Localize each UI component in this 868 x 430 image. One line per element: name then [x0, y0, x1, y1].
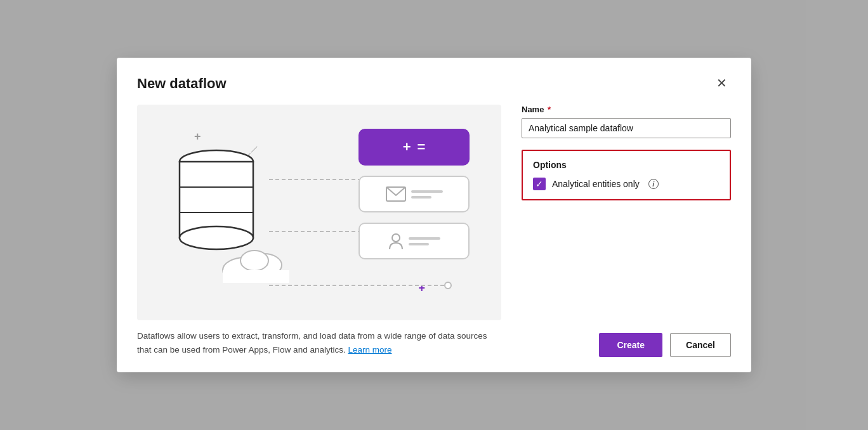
- checkmark-icon: ✓: [536, 179, 543, 188]
- learn-more-link[interactable]: Learn more: [348, 345, 391, 355]
- modal-overlay: New dataflow ✕ + + + — — — —: [0, 0, 868, 430]
- cancel-button[interactable]: Cancel: [670, 333, 731, 357]
- right-panel: Name * Options ✓ Analytical entities onl…: [522, 105, 731, 356]
- name-input[interactable]: [522, 118, 731, 138]
- equals-icon: =: [418, 139, 426, 155]
- create-button[interactable]: Create: [599, 333, 662, 357]
- mail-icon: [386, 186, 406, 202]
- analytical-entities-row: ✓ Analytical entities only i: [533, 178, 720, 190]
- analytical-entities-checkbox[interactable]: ✓: [533, 178, 546, 190]
- deco-plus-bottomright: +: [418, 282, 425, 295]
- person-icon: [388, 233, 404, 249]
- person-card-lines: [409, 237, 440, 245]
- modal-footer: Create Cancel: [522, 333, 731, 357]
- illustration: + + + — — — —: [137, 105, 501, 320]
- plus-icon: +: [403, 139, 411, 155]
- modal-body: + + + — — — —: [137, 105, 731, 356]
- options-title: Options: [533, 160, 720, 170]
- analytical-entities-label: Analytical entities only: [552, 179, 640, 189]
- line1: [409, 237, 440, 240]
- add-card: + =: [358, 129, 470, 166]
- line2: [409, 243, 429, 245]
- person-card: [358, 223, 470, 259]
- deco-plus-topleft: +: [194, 130, 201, 143]
- close-button[interactable]: ✕: [713, 75, 731, 91]
- svg-point-17: [392, 234, 400, 242]
- mail-card-lines: [411, 190, 443, 199]
- modal-title: New dataflow: [137, 75, 227, 92]
- info-icon[interactable]: i: [648, 179, 659, 189]
- card-icon: + =: [403, 139, 426, 155]
- required-indicator: *: [545, 105, 551, 114]
- svg-point-15: [445, 282, 451, 289]
- cards-group: + =: [358, 129, 470, 259]
- options-box: Options ✓ Analytical entities only i: [522, 150, 731, 200]
- line2: [411, 196, 431, 199]
- description-text: Dataflows allow users to extract, transf…: [137, 329, 501, 356]
- cloud-icon: [220, 238, 296, 285]
- svg-point-7: [240, 251, 268, 271]
- new-dataflow-modal: New dataflow ✕ + + + — — — —: [117, 58, 751, 372]
- line1: [411, 190, 443, 193]
- modal-header: New dataflow ✕: [137, 75, 731, 92]
- mail-card: [358, 176, 470, 212]
- left-panel: + + + — — — —: [137, 105, 501, 356]
- name-label: Name *: [522, 105, 731, 114]
